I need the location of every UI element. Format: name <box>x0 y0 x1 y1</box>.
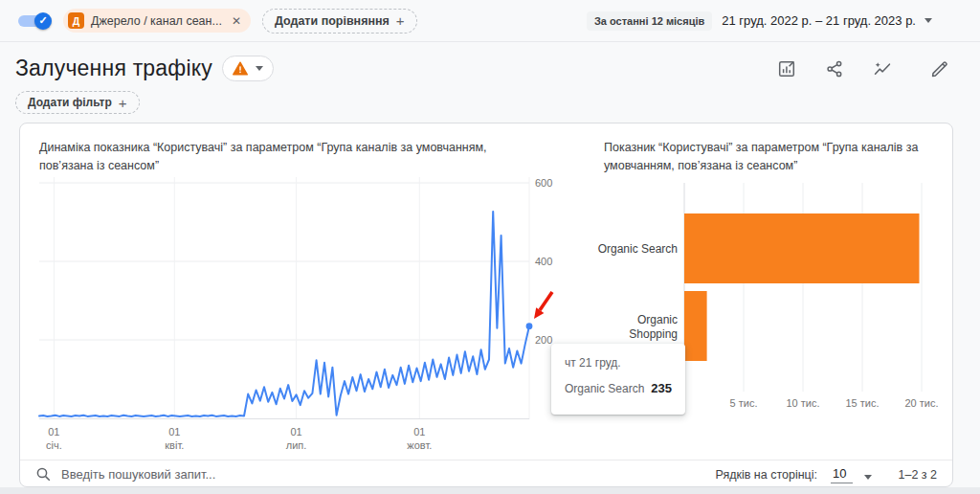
date-range-selector[interactable]: 21 груд. 2022 р. – 21 груд. 2023 р. <box>722 13 932 28</box>
add-comparison-button[interactable]: Додати порівняння + <box>262 9 417 34</box>
plus-icon: + <box>119 95 127 111</box>
pagination-range: 1–2 з 2 <box>899 468 938 482</box>
rows-per-page-value: 10 <box>831 466 852 483</box>
share-icon[interactable] <box>825 59 844 79</box>
insights-icon[interactable] <box>873 59 892 79</box>
topbar: ✓ Д Джерело / канал сеан... ✕ Додати пор… <box>0 0 980 42</box>
edit-icon[interactable] <box>930 59 949 79</box>
svg-text:01: 01 <box>168 426 180 438</box>
svg-text:600: 600 <box>535 177 552 189</box>
svg-text:Shopping: Shopping <box>629 327 678 341</box>
date-preset-badge: За останні 12 місяців <box>587 11 712 31</box>
svg-text:квіт.: квіт. <box>165 439 184 451</box>
svg-text:400: 400 <box>535 256 552 267</box>
dimension-chip-label: Джерело / канал сеан... <box>91 14 222 28</box>
chevron-down-icon <box>864 475 872 480</box>
svg-text:01: 01 <box>290 426 301 438</box>
date-range-label: 21 груд. 2022 р. – 21 груд. 2023 р. <box>722 13 916 28</box>
dimension-badge: Д <box>68 12 84 29</box>
report-toolbar <box>777 59 963 79</box>
add-comparison-label: Додати порівняння <box>275 14 390 28</box>
chevron-down-icon <box>924 18 932 23</box>
toggle-thumb-check-icon: ✓ <box>34 12 52 30</box>
tooltip-value: 235 <box>651 381 672 395</box>
filter-row: Додати фільтр + <box>0 81 980 114</box>
tooltip-series-label: Organic Search <box>565 382 644 395</box>
warning-icon <box>233 61 248 76</box>
table-footer: Рядків на сторінці: 10 1–2 з 2 <box>20 460 952 488</box>
svg-text:15 тис.: 15 тис. <box>845 397 879 409</box>
svg-text:10 тис.: 10 тис. <box>786 397 819 409</box>
tooltip-date: чт 21 груд. <box>565 356 672 370</box>
add-filter-button[interactable]: Додати фільтр + <box>15 91 140 114</box>
table-header-band <box>0 487 980 494</box>
svg-text:01: 01 <box>48 426 59 438</box>
svg-text:лип.: лип. <box>286 439 307 451</box>
page-head: Залучення трафіку <box>0 42 980 81</box>
rows-per-page-label: Рядків на сторінці: <box>716 468 818 482</box>
charts-canvas[interactable]: 20040060001січ.01квіт.01лип.01жовт.5 тис… <box>20 124 954 461</box>
svg-text:січ.: січ. <box>46 439 62 451</box>
svg-text:01: 01 <box>413 426 425 438</box>
svg-text:5 тис.: 5 тис. <box>730 397 758 409</box>
chart-tooltip: чт 21 груд. Organic Search 235 <box>551 344 685 415</box>
page-title: Залучення трафіку <box>15 56 212 81</box>
plus-icon: + <box>396 12 405 29</box>
charts-card: Динаміка показника “Користувачі” за пара… <box>19 123 953 487</box>
search-input[interactable] <box>61 467 406 482</box>
search-icon <box>35 466 52 483</box>
rows-per-page-select[interactable]: 10 <box>831 466 871 483</box>
add-filter-label: Додати фільтр <box>28 96 112 109</box>
svg-text:жовт.: жовт. <box>407 439 432 451</box>
svg-text:200: 200 <box>535 334 552 346</box>
svg-text:20 тис.: 20 тис. <box>904 397 938 409</box>
data-quality-dropdown[interactable] <box>222 56 274 81</box>
close-icon[interactable]: ✕ <box>232 14 241 28</box>
date-controls: За останні 12 місяців 21 груд. 2022 р. –… <box>587 11 965 31</box>
dimension-chip[interactable]: Д Джерело / канал сеан... ✕ <box>63 9 251 33</box>
customize-report-icon[interactable] <box>777 59 796 79</box>
svg-text:Organic Search: Organic Search <box>598 242 678 256</box>
comparison-toggle[interactable]: ✓ <box>15 11 52 31</box>
svg-text:Organic: Organic <box>637 313 678 326</box>
chevron-down-icon <box>256 66 263 71</box>
